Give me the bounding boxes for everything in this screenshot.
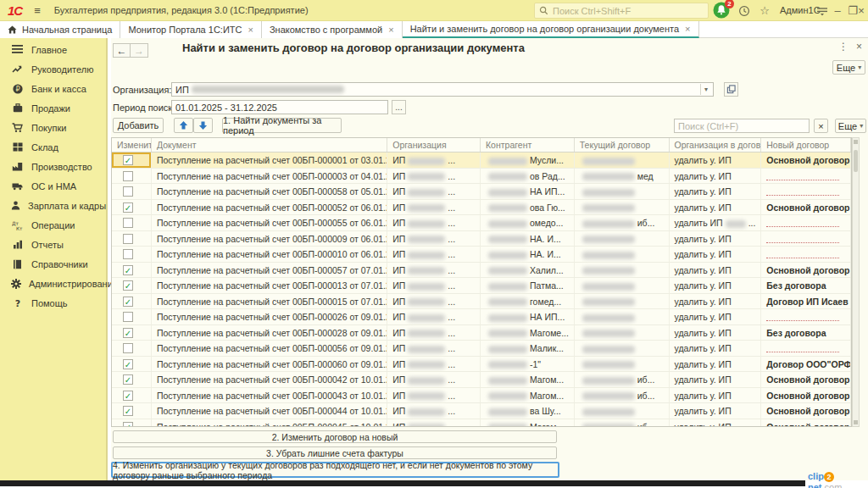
cell-document[interactable]: Поступление на расчетный счет 00БП-00004… [152,388,387,403]
table-search-input[interactable]: Поиск (Ctrl+F) [674,119,810,133]
cell-counterparty[interactable]: Магоме... [481,325,575,341]
new-contract-empty[interactable] [766,186,839,196]
forward-button[interactable]: → [131,43,148,58]
cell-current-contract[interactable] [575,309,670,324]
cell-current-contract[interactable] [575,263,670,278]
dropdown-caret-icon[interactable]: ▾ [700,84,711,95]
cell-org-in-contract[interactable]: удалить у. ИП [670,309,762,324]
cell-organization[interactable]: ИП... [387,388,481,403]
cell-document[interactable]: Поступление на расчетный счет 00БП-00002… [152,309,387,324]
sidebar-item-factory[interactable]: Производство [0,157,106,176]
cell-organization[interactable]: ИП... [387,278,481,293]
cell-change[interactable] [112,184,152,199]
cell-organization[interactable]: ИП... [387,372,481,387]
checkbox[interactable] [123,249,133,259]
cell-current-contract[interactable] [575,247,670,262]
tab-close-icon[interactable]: × [388,25,393,35]
table-row[interactable]: ✓Поступление на расчетный счет 00БП-0000… [112,263,851,279]
cell-organization[interactable]: ИП... [387,200,481,215]
cell-counterparty[interactable]: Халил... [481,263,575,278]
table-row[interactable]: ✓Поступление на расчетный счет 00БП-0000… [112,419,851,427]
tab-its-monitor[interactable]: Монитор Портала 1С:ИТС× [120,21,261,38]
cell-change[interactable]: ✓ [112,403,152,419]
history-icon[interactable] [736,3,753,19]
table-row[interactable]: ✓Поступление на расчетный счет 00БП-0000… [112,294,851,310]
new-contract-empty[interactable] [766,249,839,258]
period-picker-button[interactable]: ... [392,100,406,114]
open-organization-button[interactable] [724,82,738,97]
cell-change[interactable] [112,309,152,324]
cell-document[interactable]: Поступление на расчетный счет 00БП-00004… [152,403,387,419]
cell-new-contract[interactable]: Основной договор [761,200,851,215]
new-contract-empty[interactable] [766,343,839,352]
add-button[interactable]: Добавить [113,118,164,133]
cell-counterparty[interactable]: -1" [481,357,575,372]
sidebar-item-cart[interactable]: Покупки [0,118,106,137]
table-scrollbar[interactable] [852,137,860,427]
table-row[interactable]: ✓Поступление на расчетный счет 00БП-0000… [112,278,851,294]
cell-document[interactable]: Поступление на расчетный счет 00БП-00005… [152,341,387,356]
more-button-table[interactable]: Еще▾ [835,119,866,133]
cell-org-in-contract[interactable]: удалить у. ИП [670,231,762,247]
cell-change[interactable]: ✓ [112,325,152,341]
sidebar-item-menu[interactable]: Главное [0,40,106,59]
cell-document[interactable]: Поступление на расчетный счет 00БП-00000… [152,231,387,247]
cell-org-in-contract[interactable]: удалить у. ИП [670,372,762,387]
cell-change[interactable]: ✓ [112,278,152,293]
cell-counterparty[interactable]: НА. И... [481,231,575,247]
table-row[interactable]: Поступление на расчетный счет 00БП-00000… [112,231,851,247]
checkbox-checked[interactable]: ✓ [123,359,133,369]
table-row[interactable]: Поступление на расчетный счет 00БП-00002… [112,309,851,325]
cell-organization[interactable]: ИП... [387,152,481,168]
cell-org-in-contract[interactable]: удалить у. ИП [670,152,762,168]
cell-new-contract[interactable]: Основной договор [761,419,851,427]
column-header[interactable]: Организация в договоре [670,138,762,152]
cell-org-in-contract[interactable]: удалить у. ИП [670,403,762,419]
new-contract-empty[interactable] [766,171,839,180]
cell-new-contract[interactable]: Договор ООО"ОРФ... [761,357,851,372]
scroll-up-icon[interactable] [854,140,858,144]
cell-org-in-contract[interactable]: удалить у. ИП [670,388,762,403]
checkbox[interactable] [123,343,133,353]
table-row[interactable]: ✓Поступление на расчетный счет 00БП-0000… [112,357,851,373]
cell-counterparty[interactable]: НА ИП... [481,184,575,199]
checkbox[interactable] [123,186,133,197]
checkbox-checked[interactable]: ✓ [123,422,133,427]
collapse-panels-icon[interactable] [814,3,831,19]
cell-change[interactable]: ✓ [112,419,152,427]
sidebar-item-book[interactable]: Справочники [0,254,106,274]
tab-close-icon[interactable]: × [685,24,690,34]
cell-document[interactable]: Поступление на расчетный счет 00БП-00000… [152,152,387,168]
cell-org-in-contract[interactable]: удалить у. ИП [670,184,762,199]
cell-new-contract[interactable] [761,231,851,247]
table-row[interactable]: Поступление на расчетный счет 00БП-00000… [112,169,851,185]
organization-field[interactable]: ИП ▾ [171,82,714,97]
move-up-button[interactable] [174,118,193,133]
cell-organization[interactable]: ИП... [387,215,481,230]
column-header[interactable]: Изменить [112,138,152,152]
cell-current-contract[interactable] [575,184,670,199]
table-row[interactable]: ✓Поступление на расчетный счет 00БП-0000… [112,403,851,419]
table-row[interactable]: ✓Поступление на расчетный счет 00БП-0000… [112,152,851,169]
global-search-input[interactable]: Поиск Ctrl+Shift+F [534,3,709,19]
main-menu-icon[interactable]: ≡ [34,4,41,17]
action-change-organization-button[interactable]: 4. Изменить организацию у текущих догово… [111,462,559,478]
cell-document[interactable]: Поступление на расчетный счет 00БП-00004… [152,372,387,387]
cell-change[interactable]: ✓ [112,200,152,215]
cell-counterparty[interactable]: ва Шу... [481,403,575,419]
cell-current-contract[interactable] [575,231,670,247]
move-down-button[interactable] [193,118,213,133]
cell-counterparty[interactable]: Малик... [481,341,575,356]
minimize-button[interactable]: – [829,3,846,19]
cell-new-contract[interactable] [761,169,851,184]
cell-new-contract[interactable]: Договор ИП Исаев ... [761,294,851,309]
cell-document[interactable]: Поступление на расчетный счет 00БП-00004… [152,419,387,427]
window-close-button[interactable]: × [853,3,868,19]
cell-organization[interactable]: ИП... [387,325,481,341]
cell-new-contract[interactable]: Без договора [761,325,851,341]
sidebar-item-help[interactable]: ?Помощь [0,293,106,313]
checkbox[interactable] [123,218,133,228]
favorites-star-icon[interactable]: ☆ [756,3,773,19]
period-field[interactable]: 01.01.2025 - 31.12.2025 [171,100,388,114]
cell-change[interactable]: ✓ [112,152,152,168]
